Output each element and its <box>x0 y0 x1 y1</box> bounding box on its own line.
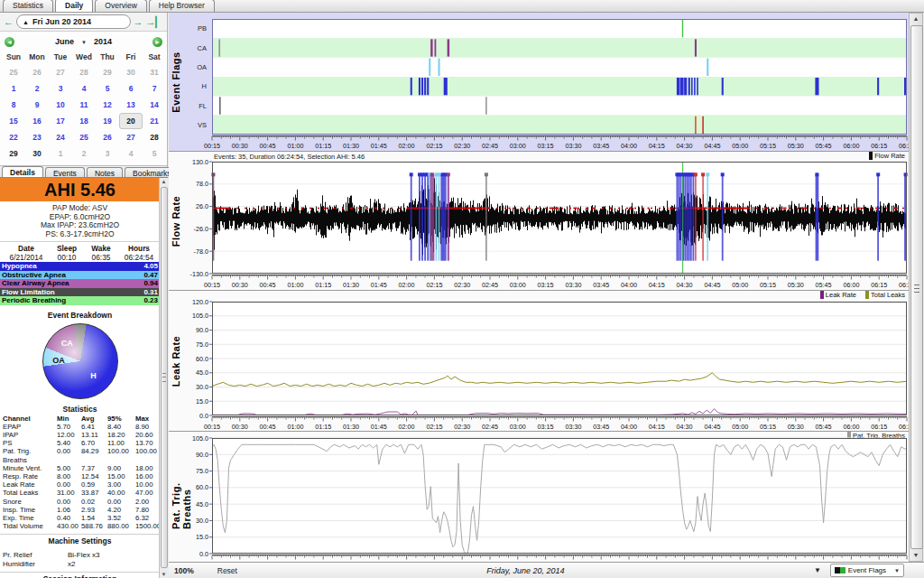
date-selector[interactable]: ▲ Fri Jun 20 2014 <box>16 14 131 29</box>
calendar-day[interactable]: 19 <box>96 113 119 129</box>
statistics-row: IPAP12.0013.1118.2020.60 <box>3 431 160 439</box>
session-value: 6/21/2014 <box>3 253 50 262</box>
details-scrollbar[interactable]: ▲ ▼ <box>159 178 168 578</box>
prev-day-arrow-icon[interactable]: ← <box>4 16 14 27</box>
calendar-day[interactable]: 24 <box>49 129 72 145</box>
last-day-arrow-icon[interactable]: →▏ <box>146 16 163 28</box>
legend-swatch-icon <box>865 291 869 299</box>
statistics-header-cell: Avg <box>81 415 107 423</box>
calendar-day[interactable]: 2 <box>72 145 96 162</box>
svg-text:0.0: 0.0 <box>199 412 208 420</box>
calendar-day[interactable]: 5 <box>143 145 166 162</box>
next-month-button[interactable]: ► <box>152 37 162 47</box>
calendar-day[interactable]: 3 <box>49 80 72 97</box>
svg-text:03:30: 03:30 <box>565 142 581 150</box>
event-label: Obstructive Apnea <box>2 271 143 280</box>
calendar-day[interactable]: 4 <box>119 145 143 162</box>
svg-text:06:15: 06:15 <box>871 142 887 150</box>
calendar-day[interactable]: 23 <box>25 129 49 145</box>
tab-overview[interactable]: Overview <box>95 0 146 12</box>
calendar-month[interactable]: June <box>55 37 74 46</box>
scroll-down-icon[interactable]: ▼ <box>160 571 168 578</box>
scroll-down-icon[interactable]: ▼ <box>910 550 922 561</box>
calendar-day[interactable]: 16 <box>25 113 49 129</box>
calendar-day[interactable]: 13 <box>119 97 143 113</box>
statistics-cell: 8.90 <box>135 423 160 431</box>
statistics-cell: 5.40 <box>57 439 81 447</box>
calendar-day[interactable]: 15 <box>2 113 25 129</box>
scroll-up-icon[interactable]: ▲ <box>910 14 922 24</box>
tab-daily[interactable]: Daily <box>55 0 93 12</box>
calendar-day[interactable]: 20 <box>119 113 143 129</box>
event-index-row[interactable]: Periodic Breathing0.23 <box>0 296 160 305</box>
calendar-day[interactable]: 30 <box>119 64 143 80</box>
event-index-row[interactable]: Clear Airway Apnea0.94 <box>0 279 160 288</box>
event-index-row[interactable]: Hypopnea4.05 <box>0 262 160 271</box>
calendar-day[interactable]: 28 <box>143 129 166 145</box>
tab-statistics[interactable]: Statistics <box>3 0 53 12</box>
leak-rate-axis-label: Leak Rate <box>171 335 181 386</box>
calendar-day[interactable]: 30 <box>25 145 49 162</box>
calendar-day[interactable]: 11 <box>72 97 96 113</box>
main-scrollbar[interactable]: ▲ ▼ <box>909 13 923 562</box>
statistics-cell: 9.00 <box>107 464 135 472</box>
pat-trig-breaths-chart[interactable]: 0.015.030.045.060.075.090.0105.0 <box>212 438 907 554</box>
event-flags-chart[interactable]: PBCAOAHFLVS <box>212 19 907 135</box>
calendar-day[interactable]: 2 <box>25 80 49 97</box>
calendar-day[interactable]: 7 <box>143 80 166 97</box>
svg-text:105.0: 105.0 <box>192 434 208 443</box>
leak-rate-chart[interactable]: 0.015.030.045.060.075.090.0105.0120.0 <box>212 302 907 415</box>
scroll-up-icon[interactable]: ▲ <box>160 178 168 186</box>
calendar-day[interactable]: 17 <box>49 113 72 129</box>
calendar-day[interactable]: 25 <box>2 64 25 80</box>
statistics-cell: 18.20 <box>107 431 135 439</box>
calendar-day[interactable]: 22 <box>2 129 25 145</box>
calendar-day[interactable]: 6 <box>119 80 143 97</box>
calendar-day[interactable]: 8 <box>2 97 25 113</box>
legend-item: Leak Rate <box>820 291 856 299</box>
pat-trig-breaths-panel: Pat. Trig. Breaths Pat. Trig. Breaths 0.… <box>169 432 909 562</box>
tab-help-browser[interactable]: Help Browser <box>149 0 215 12</box>
calendar-day[interactable]: 25 <box>72 129 96 145</box>
calendar-day[interactable]: 29 <box>96 64 119 80</box>
calendar-day[interactable]: 21 <box>143 113 166 129</box>
dropdown-arrow-icon[interactable]: ▼ <box>814 566 821 574</box>
flow-rate-chart[interactable]: 130.078.026.0-26.0-78.0-130.0 <box>212 162 907 274</box>
calendar-day[interactable]: 9 <box>25 97 49 113</box>
statistics-cell: Insp. Time <box>3 506 57 514</box>
event-index-row[interactable]: Obstructive Apnea0.47 <box>0 271 160 280</box>
calendar-day[interactable]: 27 <box>119 129 143 145</box>
calendar-day[interactable]: 18 <box>72 113 96 129</box>
calendar-day[interactable]: 3 <box>96 145 119 162</box>
calendar-day[interactable]: 26 <box>25 64 49 80</box>
svg-text:05:45: 05:45 <box>816 423 832 431</box>
session-value: 06:35 <box>84 253 118 262</box>
main-scrollbar-thumb[interactable] <box>910 25 923 549</box>
details-scrollbar-thumb[interactable] <box>161 187 168 568</box>
calendar-day[interactable]: 5 <box>96 80 119 97</box>
session-value: 06:24:54 <box>118 253 160 262</box>
overlay-selector-combo[interactable]: Event Flags ▼ <box>830 564 904 577</box>
calendar-day[interactable]: 28 <box>72 64 96 80</box>
calendar-year[interactable]: 2014 <box>94 37 112 46</box>
calendar-day[interactable]: 1 <box>2 80 25 97</box>
legend-label: Total Leaks <box>871 291 905 299</box>
month-dropdown-icon[interactable]: ▼ <box>81 40 87 45</box>
calendar-day[interactable]: 14 <box>143 97 166 113</box>
svg-text:03:15: 03:15 <box>538 142 554 150</box>
calendar-day[interactable]: 31 <box>143 64 166 80</box>
next-day-arrow-icon[interactable]: → <box>134 16 143 27</box>
reset-button[interactable]: Reset <box>217 566 237 575</box>
calendar-day[interactable]: 4 <box>72 80 96 97</box>
calendar-day[interactable]: 1 <box>49 145 72 162</box>
calendar-day[interactable]: 26 <box>96 129 119 145</box>
prev-month-button[interactable]: ◄ <box>5 37 14 47</box>
calendar-day[interactable]: 29 <box>2 145 25 162</box>
statistics-cell: 3.00 <box>107 480 135 489</box>
statistics-cell: 5.00 <box>57 464 81 472</box>
calendar-day[interactable]: 12 <box>96 97 119 113</box>
event-index-row[interactable]: Flow Limitation0.31 <box>0 288 160 297</box>
calendar-day[interactable]: 27 <box>49 64 72 80</box>
calendar-day[interactable]: 10 <box>49 97 72 113</box>
svg-text:60.0: 60.0 <box>196 355 208 363</box>
